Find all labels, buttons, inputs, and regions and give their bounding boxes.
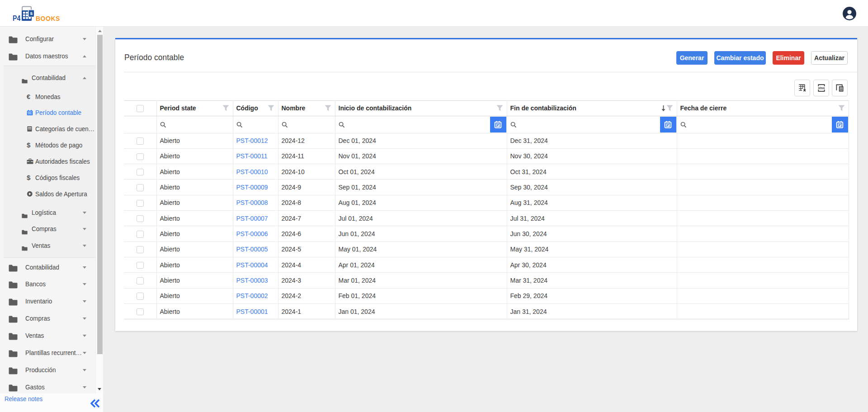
svg-text:$: $ (30, 11, 33, 16)
svg-text:xlsx: xlsx (818, 86, 825, 90)
